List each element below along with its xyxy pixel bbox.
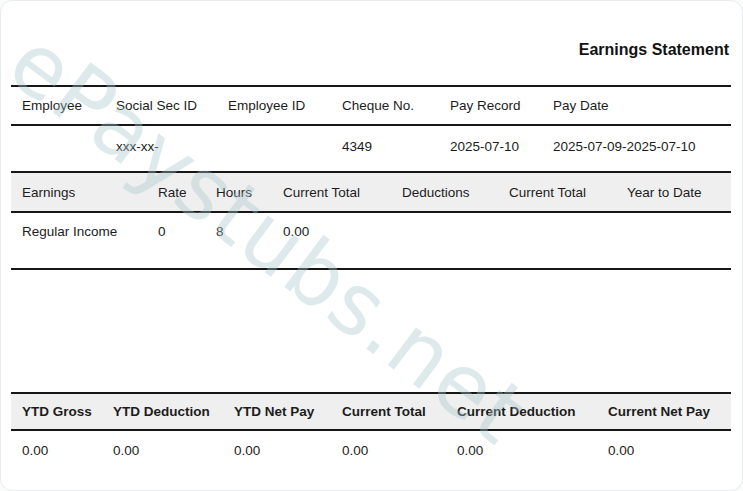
totals-value-ytd-net-pay: 0.00 (223, 430, 331, 469)
earnings-statement-page: ePaystubs.net Earnings Statement Employe… (0, 0, 743, 491)
earnings-header-year-to-date: Year to Date (616, 172, 731, 212)
info-header-pay-date: Pay Date (542, 86, 731, 125)
totals-value-current-net-pay: 0.00 (597, 430, 731, 469)
totals-header-ytd-gross: YTD Gross (11, 393, 102, 430)
info-value-pay-record: 2025-07-10 (439, 125, 542, 166)
info-header-row: Employee Social Sec ID Employee ID Chequ… (11, 86, 731, 125)
info-value-employee (11, 125, 105, 166)
page-title: Earnings Statement (579, 41, 729, 59)
info-value-pay-date: 2025-07-09-2025-07-10 (542, 125, 731, 166)
info-header-cheque-no: Cheque No. (331, 86, 439, 125)
totals-value-ytd-deduction: 0.00 (102, 430, 223, 469)
earnings-row: Regular Income 0 8 0.00 (11, 212, 731, 269)
totals-header-row: YTD Gross YTD Deduction YTD Net Pay Curr… (11, 393, 731, 430)
totals-value-current-total: 0.00 (331, 430, 446, 469)
earnings-cell-current-total: 0.00 (272, 212, 391, 269)
info-value-social-sec-id: xxx-xx- (105, 125, 217, 166)
info-value-employee-id (217, 125, 331, 166)
earnings-header-rate: Rate (147, 172, 205, 212)
employee-info-table: Employee Social Sec ID Employee ID Chequ… (11, 85, 731, 166)
totals-header-current-net-pay: Current Net Pay (597, 393, 731, 430)
totals-table: YTD Gross YTD Deduction YTD Net Pay Curr… (11, 392, 731, 469)
totals-header-ytd-deduction: YTD Deduction (102, 393, 223, 430)
totals-value-ytd-gross: 0.00 (11, 430, 102, 469)
earnings-header-hours: Hours (205, 172, 272, 212)
earnings-cell-rate: 0 (147, 212, 205, 269)
earnings-cell-name: Regular Income (11, 212, 147, 269)
earnings-table: Earnings Rate Hours Current Total Deduct… (11, 171, 731, 270)
earnings-header-deductions: Deductions (391, 172, 498, 212)
totals-value-row: 0.00 0.00 0.00 0.00 0.00 0.00 (11, 430, 731, 469)
info-header-social-sec-id: Social Sec ID (105, 86, 217, 125)
totals-value-current-deduction: 0.00 (446, 430, 597, 469)
info-header-employee-id: Employee ID (217, 86, 331, 125)
totals-header-ytd-net-pay: YTD Net Pay (223, 393, 331, 430)
earnings-cell-deductions (391, 212, 498, 269)
earnings-cell-hours: 8 (205, 212, 272, 269)
earnings-cell-deduction-current-total (498, 212, 616, 269)
totals-header-current-deduction: Current Deduction (446, 393, 597, 430)
earnings-header-current-total: Current Total (272, 172, 391, 212)
earnings-header-earnings: Earnings (11, 172, 147, 212)
earnings-cell-year-to-date (616, 212, 731, 269)
info-value-cheque-no: 4349 (331, 125, 439, 166)
info-header-pay-record: Pay Record (439, 86, 542, 125)
totals-header-current-total: Current Total (331, 393, 446, 430)
earnings-header-deduction-current-total: Current Total (498, 172, 616, 212)
earnings-header-row: Earnings Rate Hours Current Total Deduct… (11, 172, 731, 212)
info-header-employee: Employee (11, 86, 105, 125)
info-value-row: xxx-xx- 4349 2025-07-10 2025-07-09-2025-… (11, 125, 731, 166)
